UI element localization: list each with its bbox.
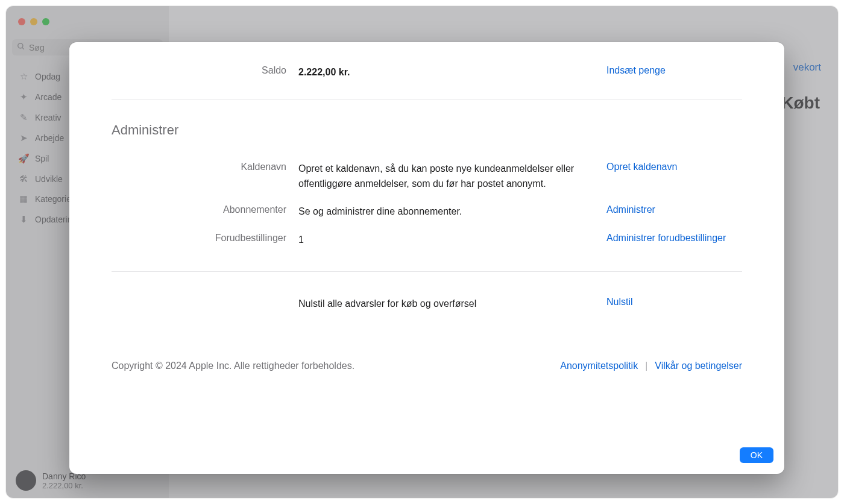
balance-row: Saldo 2.222,00 kr. Indsæt penge	[112, 63, 742, 82]
subscriptions-description: Se og administrer dine abonnementer.	[298, 204, 594, 219]
subscriptions-label: Abonnementer	[112, 204, 286, 215]
ok-button[interactable]: OK	[740, 447, 773, 463]
subscriptions-row: Abonnementer Se og administrer dine abon…	[112, 198, 742, 226]
footer: Copyright © 2024 Apple Inc. Alle rettigh…	[112, 361, 742, 371]
preorders-row: Forudbestillinger 1 Administrer forudbes…	[112, 226, 742, 254]
separator: |	[645, 361, 647, 371]
nickname-label: Kaldenavn	[112, 162, 286, 172]
app-window: ☆ Opdag ✦ Arcade ✎ Kreativ ➤ Arbejde 🚀 S…	[6, 6, 838, 498]
create-nickname-link[interactable]: Opret kaldenavn	[606, 162, 742, 172]
manage-preorders-link[interactable]: Administrer forudbestillinger	[606, 233, 742, 244]
preorders-count: 1	[298, 233, 594, 248]
nickname-description: Opret et kaldenavn, så du kan poste nye …	[298, 162, 594, 192]
reset-warnings-row: Nulstil alle advarsler for køb og overfø…	[112, 295, 742, 313]
reset-warnings-link[interactable]: Nulstil	[606, 297, 742, 307]
balance-label: Saldo	[112, 65, 286, 76]
terms-link[interactable]: Vilkår og betingelser	[655, 361, 742, 371]
balance-value: 2.222,00 kr.	[298, 65, 594, 80]
modal-actions: OK	[69, 440, 784, 474]
manage-section-title: Administrer	[112, 122, 742, 138]
add-funds-link[interactable]: Indsæt penge	[606, 65, 742, 76]
preorders-label: Forudbestillinger	[112, 233, 286, 244]
divider	[112, 271, 742, 272]
divider	[112, 99, 742, 99]
manage-subscriptions-link[interactable]: Administrer	[606, 204, 742, 215]
privacy-policy-link[interactable]: Anonymitetspolitik	[560, 361, 638, 371]
account-settings-modal: Saldo 2.222,00 kr. Indsæt penge Administ…	[69, 42, 784, 474]
reset-warnings-description: Nulstil alle advarsler for køb og overfø…	[298, 297, 594, 312]
nickname-row: Kaldenavn Opret et kaldenavn, så du kan …	[112, 155, 742, 198]
copyright-text: Copyright © 2024 Apple Inc. Alle rettigh…	[112, 361, 354, 371]
